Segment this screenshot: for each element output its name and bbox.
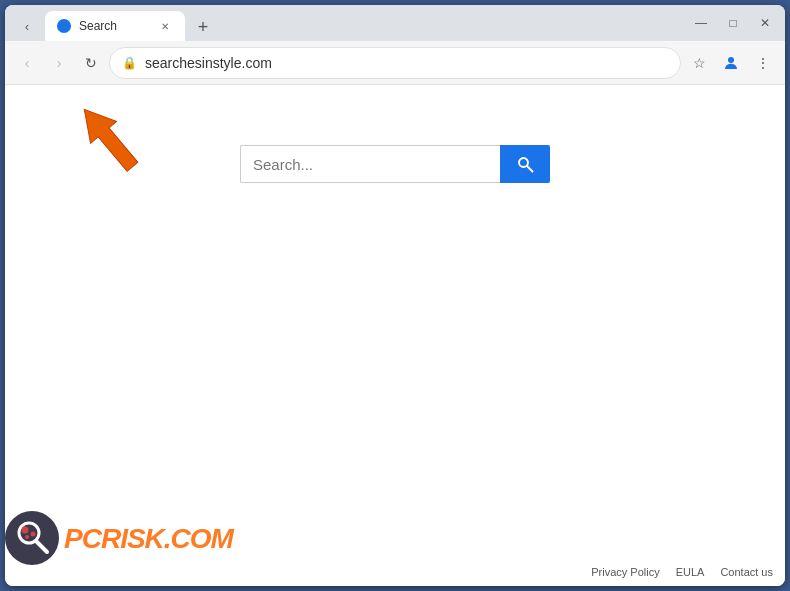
tab-favicon-icon [57, 19, 71, 33]
privacy-policy-link[interactable]: Privacy Policy [591, 566, 659, 578]
address-text: searchesinstyle.com [145, 55, 668, 71]
tab-close-button[interactable]: ✕ [157, 18, 173, 34]
svg-point-9 [25, 535, 29, 539]
svg-line-3 [527, 166, 532, 171]
address-security-icon: 🔒 [122, 56, 137, 70]
close-button[interactable]: ✕ [753, 11, 777, 35]
pcrisk-text: PCrisk.com [64, 523, 233, 555]
browser-window: ‹ Search ✕ + — □ ✕ ‹ › ↻ 🔒 searchesinsty… [5, 5, 785, 586]
search-container [240, 145, 550, 183]
search-input[interactable] [240, 145, 500, 183]
contact-us-link[interactable]: Contact us [720, 566, 773, 578]
title-bar: ‹ Search ✕ + — □ ✕ [5, 5, 785, 41]
footer: Privacy Policy EULA Contact us [591, 566, 773, 578]
svg-marker-1 [71, 98, 145, 177]
pcrisk-watermark: PCrisk.com [5, 511, 233, 566]
svg-point-8 [31, 532, 36, 537]
tab-list: ‹ Search ✕ + [13, 5, 685, 41]
active-tab[interactable]: Search ✕ [45, 11, 185, 41]
tab-title-label: Search [79, 19, 149, 33]
svg-point-0 [728, 57, 734, 63]
tab-list-back-button[interactable]: ‹ [13, 13, 41, 41]
pcrisk-logo-icon [5, 511, 60, 566]
search-icon [516, 155, 534, 173]
new-tab-button[interactable]: + [189, 13, 217, 41]
nav-actions: ☆ ⋮ [685, 49, 777, 77]
nav-bar: ‹ › ↻ 🔒 searchesinstyle.com ☆ ⋮ [5, 41, 785, 85]
forward-button[interactable]: › [45, 49, 73, 77]
back-button[interactable]: ‹ [13, 49, 41, 77]
svg-point-4 [5, 511, 59, 565]
profile-button[interactable] [717, 49, 745, 77]
refresh-button[interactable]: ↻ [77, 49, 105, 77]
title-bar-controls: — □ ✕ [689, 11, 777, 35]
page-content: PCrisk.com Privacy Policy EULA Contact u… [5, 85, 785, 586]
bookmark-button[interactable]: ☆ [685, 49, 713, 77]
search-button[interactable] [500, 145, 550, 183]
svg-point-7 [22, 527, 29, 534]
address-bar[interactable]: 🔒 searchesinstyle.com [109, 47, 681, 79]
maximize-button[interactable]: □ [721, 11, 745, 35]
minimize-button[interactable]: — [689, 11, 713, 35]
menu-button[interactable]: ⋮ [749, 49, 777, 77]
eula-link[interactable]: EULA [676, 566, 705, 578]
arrow-annotation [65, 95, 155, 189]
